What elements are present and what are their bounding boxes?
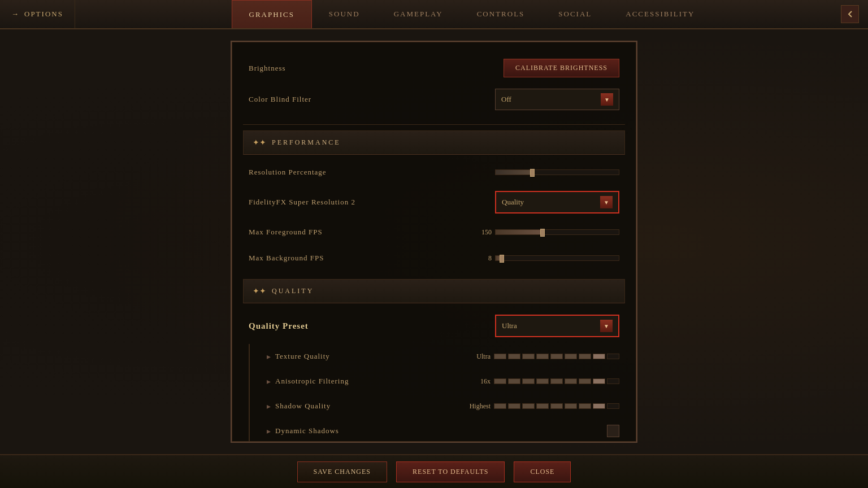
seg-block [522, 354, 535, 359]
options-back[interactable]: → OPTIONS [0, 0, 75, 28]
calibrate-brightness-button[interactable]: Calibrate Brightness [504, 59, 619, 77]
save-changes-button[interactable]: Save Changes [297, 461, 387, 482]
close-button[interactable]: Close [514, 461, 571, 482]
seg-block [565, 354, 577, 359]
brightness-label: Brightness [249, 64, 286, 73]
scroll-area[interactable]: Brightness Calibrate Brightness Color Bl… [232, 42, 636, 442]
quality-icon: ✦✦ [253, 286, 266, 296]
shadow-quality-row: ▸ Shadow Quality Highest [249, 394, 625, 419]
seg-block [579, 378, 591, 384]
color-blind-value: Off [501, 95, 511, 104]
seg-block [579, 354, 591, 359]
max-bg-fps-thumb [500, 255, 504, 263]
performance-title: PERFORMANCE [272, 138, 341, 147]
dynamic-shadows-row: ▸ Dynamic Shadows [249, 419, 625, 442]
color-blind-control: Off ▼ [495, 89, 619, 110]
shadow-slider[interactable] [494, 403, 619, 409]
resolution-slider[interactable] [495, 169, 619, 175]
max-fg-fps-fill [496, 230, 542, 234]
seg-block [494, 403, 506, 409]
max-fg-fps-thumb [540, 229, 545, 237]
fidelityfx-label: FidelityFX Super Resolution 2 [249, 198, 355, 207]
max-fg-fps-value: 150 [475, 228, 492, 237]
back-button[interactable] [841, 5, 859, 23]
quality-preset-value: Ultra [502, 321, 517, 330]
shadow-value: Highest [470, 402, 491, 411]
settings-panel: Brightness Calibrate Brightness Color Bl… [231, 41, 637, 443]
resolution-label: Resolution Percentage [249, 168, 327, 177]
shadow-quality-label: Shadow Quality [275, 402, 331, 411]
texture-quality-label: Texture Quality [275, 352, 330, 361]
seg-block [550, 403, 563, 409]
color-blind-dropdown[interactable]: Off ▼ [495, 89, 619, 110]
seg-block [565, 403, 577, 409]
fidelityfx-value: Quality [502, 198, 524, 207]
fidelityfx-dropdown[interactable]: Quality ▼ [495, 191, 619, 213]
seg-block [508, 354, 520, 359]
dynamic-shadows-checkbox[interactable] [607, 425, 619, 437]
color-blind-row: Color Blind Filter Off ▼ [243, 83, 625, 116]
max-bg-fps-value: 8 [475, 254, 492, 263]
nav-bar: → OPTIONS GRAPHICS SOUND GAMEPLAY CONTRO… [0, 0, 868, 29]
reset-defaults-button[interactable]: Reset to Defaults [396, 461, 505, 482]
seg-block [607, 354, 619, 359]
texture-value: Ultra [474, 352, 491, 361]
seg-block [607, 403, 619, 409]
seg-block [494, 354, 506, 359]
display-section: Brightness Calibrate Brightness Color Bl… [243, 47, 625, 125]
quality-preset-arrow: ▼ [600, 320, 613, 332]
seg-block [508, 403, 520, 409]
seg-block [536, 354, 549, 359]
quality-preset-row: Quality Preset Ultra ▼ [243, 308, 625, 344]
fidelityfx-arrow: ▼ [600, 196, 613, 208]
quality-section-header: ✦✦ QUALITY [243, 279, 625, 303]
max-bg-fps-slider[interactable] [495, 255, 619, 261]
texture-slider[interactable] [494, 354, 619, 359]
quality-title: QUALITY [272, 287, 314, 295]
tab-controls[interactable]: CONTROLS [460, 0, 542, 28]
brightness-control: Calibrate Brightness [504, 59, 619, 77]
dynamic-shadows-indicator: ▸ [267, 426, 271, 436]
seg-block [536, 403, 549, 409]
anisotropic-slider[interactable] [494, 378, 619, 384]
resolution-control [495, 169, 619, 175]
tab-gameplay[interactable]: GAMEPLAY [377, 0, 460, 28]
texture-control: Ultra [474, 352, 619, 361]
resolution-thumb [530, 169, 535, 177]
seg-block [550, 354, 563, 359]
tab-accessibility[interactable]: ACCESSIBILITY [609, 0, 711, 28]
texture-indicator: ▸ [267, 352, 271, 361]
tab-sound[interactable]: SOUND [312, 0, 377, 28]
max-bg-fps-control: 8 [475, 254, 619, 263]
performance-icon: ✦✦ [253, 138, 266, 147]
seg-block [607, 378, 619, 384]
fidelityfx-row: FidelityFX Super Resolution 2 Quality ▼ [243, 185, 625, 219]
anisotropic-label: Anisotropic Filtering [275, 377, 349, 386]
seg-block [593, 403, 605, 409]
seg-block [579, 403, 591, 409]
resolution-fill [496, 170, 532, 175]
options-label: OPTIONS [24, 10, 63, 19]
seg-block [508, 378, 520, 384]
max-bg-fps-row: Max Background FPS 8 [243, 245, 625, 271]
shadow-label-row: ▸ Shadow Quality [267, 402, 331, 411]
tab-social[interactable]: SOCIAL [541, 0, 609, 28]
max-fg-fps-slider[interactable] [495, 229, 619, 235]
color-blind-label: Color Blind Filter [249, 95, 311, 104]
tab-graphics[interactable]: GRAPHICS [232, 0, 312, 28]
panel-frame: Brightness Calibrate Brightness Color Bl… [231, 41, 637, 443]
quality-preset-dropdown[interactable]: Ultra ▼ [495, 315, 619, 337]
quality-preset-control: Ultra ▼ [495, 315, 619, 337]
fidelityfx-control: Quality ▼ [495, 191, 619, 213]
anisotropic-value: 16x [474, 377, 491, 386]
seg-block [522, 403, 535, 409]
max-bg-fps-label: Max Background FPS [249, 254, 324, 263]
seg-block [565, 378, 577, 384]
seg-block [494, 378, 506, 384]
arrow-icon: → [11, 10, 20, 19]
dynamic-shadows-control [607, 425, 619, 437]
anisotropic-indicator: ▸ [267, 377, 271, 386]
seg-block [593, 378, 605, 384]
dynamic-shadows-label: Dynamic Shadows [275, 426, 339, 435]
main-content: Brightness Calibrate Brightness Color Bl… [0, 29, 868, 454]
